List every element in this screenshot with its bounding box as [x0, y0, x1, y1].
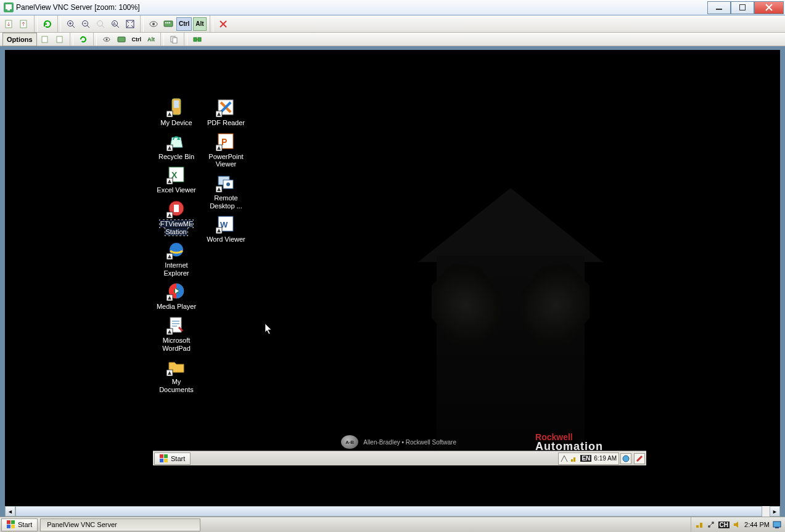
wordpad-icon	[166, 315, 186, 335]
zoom-out-button[interactable]	[79, 17, 92, 31]
alt-toggle-button-2[interactable]: Alt	[145, 33, 157, 46]
remote-lang-badge[interactable]: EN	[580, 455, 591, 462]
host-start-button[interactable]: Start	[1, 518, 38, 531]
desktop-icon-wordpad[interactable]: Microsoft WordPad	[154, 315, 199, 352]
taskbar-app-label: PanelView VNC Server	[47, 521, 117, 528]
maximize-button[interactable]	[731, 1, 754, 14]
desktop-icon-label: Recycle Bin	[158, 153, 194, 160]
taskbar-app-button[interactable]: PanelView VNC Server	[40, 518, 200, 531]
desktop-icon-label: PowerPoint Viewer	[208, 153, 243, 168]
svg-rect-65	[7, 520, 10, 524]
desktop-icon-ie[interactable]: Internet Explorer	[154, 240, 199, 277]
svg-rect-2	[7, 9, 10, 10]
remote-start-button[interactable]: Start	[154, 452, 191, 465]
disconnect-button[interactable]	[216, 17, 230, 31]
minimize-button[interactable]	[707, 1, 731, 14]
host-clock: 2:44 PM	[744, 521, 770, 528]
desktop-icon-label: My Device	[160, 119, 192, 126]
wallpaper-clocktower	[418, 188, 603, 453]
vnc-viewport[interactable]: A·B Allen-Bradley • Rockwell Software Ro…	[5, 50, 780, 506]
clipboard-send-button[interactable]	[17, 17, 31, 31]
desktop-icon-label: Media Player	[157, 303, 196, 310]
desktop-icon-recycle[interactable]: Recycle Bin	[154, 131, 199, 161]
desktop-icon-pdf[interactable]: PDF Reader	[203, 97, 248, 127]
host-lang-badge[interactable]: CH	[718, 522, 730, 528]
view-only-button[interactable]	[147, 17, 160, 31]
send-cad-button[interactable]	[162, 17, 175, 31]
desktop-icon-rdp[interactable]: Remote Desktop ...	[203, 173, 248, 210]
options-button[interactable]: Options	[2, 33, 37, 46]
alt-toggle-button[interactable]: Alt	[193, 17, 206, 31]
word-icon: W	[216, 214, 236, 234]
svg-rect-23	[118, 37, 125, 42]
tray-show-desktop-icon[interactable]	[773, 520, 781, 529]
window-titlebar: PanelView VNC Server [zoom: 100%]	[0, 0, 785, 15]
svg-rect-19	[42, 36, 47, 43]
toolbar-secondary: Options Ctrl Alt	[0, 33, 785, 46]
refresh-button[interactable]	[41, 17, 54, 31]
svg-rect-20	[57, 36, 62, 43]
svg-text:A: A	[113, 22, 116, 26]
device-icon	[166, 97, 186, 117]
copy-button[interactable]	[167, 33, 181, 46]
desktop-icon-device[interactable]: My Device	[154, 97, 199, 127]
network-icon	[561, 455, 568, 462]
desktop-icon-label: Excel Viewer	[157, 186, 195, 194]
remote-aux-button-1[interactable]	[620, 453, 631, 464]
host-systray[interactable]: CH 2:44 PM	[691, 517, 785, 532]
zoom-100-button[interactable]	[94, 17, 107, 31]
svg-point-22	[105, 38, 107, 40]
svg-rect-25	[173, 38, 177, 43]
svg-rect-18	[169, 22, 170, 23]
remote-aux-button-2[interactable]	[634, 453, 645, 464]
ppt-icon: P	[216, 131, 236, 151]
refresh-button-2[interactable]	[76, 33, 90, 46]
windows-flag-icon	[7, 520, 15, 529]
rdp-icon	[216, 173, 236, 192]
remote-desktop[interactable]: A·B Allen-Bradley • Rockwell Software Ro…	[153, 96, 646, 465]
remote-systray[interactable]: EN 6:19 AM	[558, 452, 619, 465]
svg-rect-60	[160, 459, 163, 462]
svg-rect-1	[6, 4, 12, 9]
scroll-thumb[interactable]	[15, 506, 762, 517]
desktop-icon-excel[interactable]: XExcel Viewer	[154, 165, 199, 194]
horizontal-scrollbar[interactable]: ◄ ►	[5, 506, 780, 517]
remote-start-label: Start	[171, 455, 185, 462]
desktop-icon-ppt[interactable]: PPowerPoint Viewer	[203, 131, 248, 168]
cursor-icon	[265, 324, 273, 335]
svg-rect-29	[174, 100, 179, 108]
wallpaper-brand: A·B Allen-Bradley • Rockwell Software Ro…	[341, 433, 603, 451]
zoom-in-button[interactable]	[64, 17, 78, 31]
ctrl-toggle-button-2[interactable]: Ctrl	[129, 33, 144, 46]
desktop-icon-label: FTViewME Station	[160, 220, 194, 235]
connection-icon	[570, 455, 578, 462]
clipboard-receive-button[interactable]	[2, 17, 16, 31]
zoom-auto-button[interactable]: A	[109, 17, 122, 31]
ie-icon	[166, 240, 186, 260]
ctrl-toggle-button[interactable]: Ctrl	[176, 17, 192, 31]
svg-rect-27	[198, 38, 201, 41]
svg-rect-17	[167, 22, 168, 23]
desktop-icon-ftview[interactable]: FTViewME Station	[154, 198, 199, 235]
desktop-icon-wmp[interactable]: Media Player	[154, 281, 199, 311]
clipboard-receive-button-2[interactable]	[38, 33, 52, 46]
scroll-track[interactable]	[15, 506, 770, 517]
view-only-button-2[interactable]	[100, 33, 113, 46]
svg-rect-36	[174, 205, 179, 212]
svg-rect-62	[571, 459, 573, 462]
scroll-left-button[interactable]: ◄	[5, 506, 15, 517]
close-button[interactable]	[754, 1, 784, 14]
clipboard-send-button-2[interactable]	[53, 33, 67, 46]
scroll-right-button[interactable]: ►	[770, 506, 780, 517]
pdf-icon	[216, 97, 236, 117]
desktop-icon-folder[interactable]: My Documents	[154, 356, 199, 393]
send-cad-button-2[interactable]	[115, 33, 128, 46]
desktop-icon-word[interactable]: WWord Viewer	[203, 214, 248, 243]
transfer-button[interactable]	[191, 33, 204, 46]
fullscreen-button[interactable]	[123, 17, 137, 31]
desktop-icon-label: PDF Reader	[207, 119, 245, 126]
svg-rect-74	[775, 527, 779, 528]
svg-rect-61	[164, 459, 168, 462]
svg-rect-73	[773, 522, 781, 527]
windows-flag-icon	[160, 454, 168, 463]
